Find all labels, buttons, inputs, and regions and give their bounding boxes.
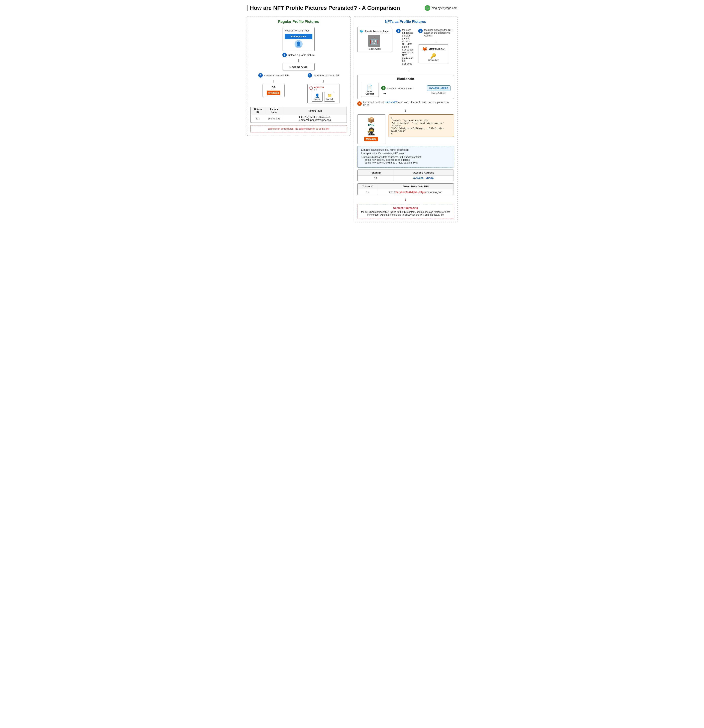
left-db-col: 3 create an entry in DB ↓ DB Metadata <box>250 72 297 97</box>
step1-ipfs-row: 1 the smart contract mints NFT and store… <box>357 101 454 107</box>
owner-address-1: 0x3a058...aD56A <box>393 176 454 181</box>
col-picture-path: Picture Path <box>283 107 347 115</box>
step2-circle: 2 <box>308 73 312 78</box>
token-table-2: Token ID Token Meta Data URI 12 ipfs://b… <box>357 183 454 195</box>
step1-row: 1 upload a profile picture <box>250 53 347 57</box>
step1-ipfs-circle: 1 <box>357 101 362 106</box>
picture-table: Picture ID Picture Name Picture Path 123… <box>250 107 347 123</box>
key-icon: 🔑 <box>421 53 446 59</box>
token-row-2: 12 ipfs://bafybeic3ui4dj5d...tefgq/metad… <box>357 189 454 195</box>
reddit-col: 🐦 Reddit Personal Page 🤖 Reddit Avatar <box>357 27 391 52</box>
ipfs-title: IPFS <box>360 123 383 126</box>
step4-row: 4 the user authorizes the web page to ac… <box>396 29 413 67</box>
db-box: DB Metadata <box>263 84 285 97</box>
arrow-down-1: ↓ <box>250 58 347 62</box>
metamask-label: METAMASK <box>429 48 445 51</box>
metadata-uri-bold: bafybeic3ui4dj5d...tefgq <box>396 191 425 194</box>
arrow-down-r2: ↓ <box>418 39 454 44</box>
own-address-box: 0x3a058...aD56A <box>427 85 450 91</box>
mints-nft-label: mints NFT <box>385 101 398 104</box>
s3-box: ⬡ amazon S3 👤 bucket 📁 buck <box>307 84 340 103</box>
user-service-label: User Service <box>289 65 308 69</box>
step3-right-circle: 3 <box>418 29 423 33</box>
page-header: How are NFT Profile Pictures Persisted? … <box>247 5 458 11</box>
right-panel: NFTs as Profile Pictures 🐦 Reddit Person… <box>354 16 458 222</box>
reddit-page-label: Reddit Personal Page <box>365 30 389 33</box>
step4-note: the user authorizes the web page to acce… <box>402 29 413 65</box>
token-id-1: 12 <box>357 176 393 181</box>
table-row: 123 profile.png https://my-bucket.s3.us-… <box>250 115 347 123</box>
reddit-header: 🐦 Reddit Personal Page <box>360 29 389 34</box>
private-key-label: private key <box>421 59 446 61</box>
amazon-icon: ⬡ <box>309 85 313 91</box>
ipfs-section: 📦 IPFS 🥷 Metadata { "name": "my cool ava… <box>357 114 454 144</box>
minting-step-2: output: tokenID, metadata, NFT asset <box>364 152 451 155</box>
step2-row: 2 store the picture to S3 <box>308 73 339 78</box>
blockchain-transfer-col: 2 transfer to owner's address → <box>381 84 425 95</box>
step3-circle: 3 <box>258 73 263 78</box>
right-s3-col: 2 store the picture to S3 ↓ ⬡ amazon S3 <box>300 72 347 103</box>
brand: B blog.bytebytego.com <box>425 5 457 11</box>
bucket-label-2: bucket <box>327 98 333 100</box>
step1-pre: the smart contract <box>363 101 384 104</box>
json-line2: "description": "very cool ninja avatar" <box>392 122 444 124</box>
step2-text: store the picture to S3 <box>314 74 339 77</box>
replace-note: content can be replaced, the content doe… <box>250 125 347 133</box>
bucket-2: 📁 bucket <box>324 92 335 102</box>
own-address-col: 0x3a058...aD56A Own's Address <box>427 85 450 94</box>
left-middle: 3 create an entry in DB ↓ DB Metadata 2 … <box>250 72 347 103</box>
step3-right-row: 3 the user manages the NFT asset on the … <box>418 29 454 39</box>
brand-icon: B <box>425 5 430 11</box>
step2-blockchain-row: 2 transfer to owner's address <box>381 86 425 90</box>
blockchain-box: Blockchain 📄 Smart Contract 2 transfer t… <box>357 75 454 99</box>
reddit-avatar-label: Reddit Avatar <box>360 48 389 50</box>
bucket-icon-2: 📁 <box>327 93 333 98</box>
profile-page-box: Regular Personal Page Profile picture 👤 <box>283 27 315 51</box>
page-title: How are NFT Profile Pictures Persisted? … <box>250 5 400 11</box>
ninja-avatar-icon: 🥷 <box>360 127 383 136</box>
step1-text: upload a profile picture <box>288 53 315 56</box>
smart-contract-label: Smart Contract <box>363 90 377 95</box>
step1-ipfs-text: the smart contract mints NFT and stores … <box>363 101 454 107</box>
cell-path: https://my-bucket.s3.us-west-2.amazonaws… <box>283 115 347 123</box>
s3-logo: ⬡ amazon S3 <box>309 85 338 91</box>
profile-picture-label: Profile picture <box>291 35 306 38</box>
blockchain-title: Blockchain <box>361 77 451 81</box>
col-picture-name: Picture Name <box>265 107 283 115</box>
content-addressing-box: Content Addressing the CID(Content Ident… <box>357 204 454 219</box>
step1-circle: 1 <box>282 53 287 57</box>
ca-title: Content Addressing <box>360 207 451 209</box>
step3-text: create an entry in DB <box>265 74 289 77</box>
step4-circle: 4 <box>396 29 400 33</box>
arrow-down-r4: ↓ <box>357 197 454 202</box>
arrow-down-r1: ↓ <box>404 68 413 72</box>
user-avatar-icon: 👤 <box>295 40 303 48</box>
metamask-col: 3 the user manages the NFT asset on the … <box>418 27 454 63</box>
cell-id: 123 <box>250 115 265 123</box>
ca-text: the CID(Content Identifier) is tied to t… <box>360 211 451 216</box>
amazon-label: amazon <box>314 85 324 88</box>
minting-steps-list: input: input: picture file, name, descri… <box>360 149 451 164</box>
token-table-1: Token ID Owner's Address 12 0x3a058...aD… <box>357 169 454 181</box>
contract-icon: 📄 <box>363 85 377 90</box>
ipfs-box: 📦 IPFS 🥷 Metadata <box>357 114 385 144</box>
db-title: DB <box>265 86 282 89</box>
main-layout: Regular Profile Pictures Regular Persona… <box>247 16 458 222</box>
reddit-box: 🐦 Reddit Personal Page 🤖 Reddit Avatar <box>357 27 391 52</box>
metadata-json-box: { "name": "my cool avatar #12" "descript… <box>389 114 454 137</box>
ipfs-logo: 📦 <box>360 117 383 123</box>
step3-right-note: the user manages the NFT asset on the ad… <box>424 29 454 37</box>
metadata-ipfs-badge: Metadata <box>364 137 378 141</box>
s3-label: S3 <box>314 88 324 91</box>
token-col2: Token ID <box>357 184 378 189</box>
token-row-1: 12 0x3a058...aD56A <box>357 176 454 181</box>
own-address-label: Own's Address <box>427 92 450 94</box>
arrow-down-r3: ↓ <box>357 108 454 113</box>
steps-col: 4 the user authorizes the web page to ac… <box>395 27 415 72</box>
right-panel-title: NFTs as Profile Pictures <box>357 20 454 24</box>
left-panel: Regular Profile Pictures Regular Persona… <box>247 16 350 136</box>
step3-row: 3 create an entry in DB <box>258 73 289 78</box>
fox-icon: 🦊 <box>422 47 428 52</box>
metadata-uri-2: ipfs://bafybeic3ui4dj5d...tefgq/metadata… <box>378 189 454 195</box>
smart-contract-box: 📄 Smart Contract <box>361 83 379 97</box>
